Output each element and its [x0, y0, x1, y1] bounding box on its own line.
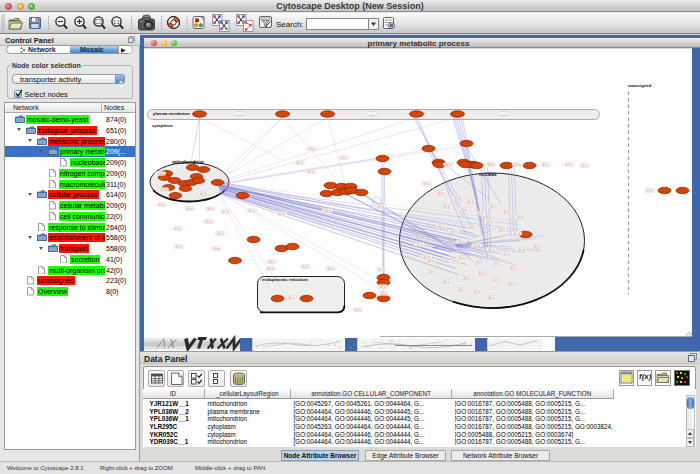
svg-text:GO:th: GO:th [450, 229, 457, 233]
svg-text:GO:th: GO:th [200, 191, 207, 195]
svg-text:GO:th: GO:th [222, 209, 229, 213]
svg-text:GO:th: GO:th [158, 202, 165, 206]
svg-text:GO:th: GO:th [467, 199, 474, 203]
svg-text:GO:th: GO:th [476, 259, 483, 263]
svg-text:GO:th: GO:th [438, 224, 445, 228]
svg-text:GO:th: GO:th [308, 146, 315, 150]
svg-text:GO:th: GO:th [443, 279, 450, 283]
svg-text:GO:th: GO:th [508, 281, 515, 285]
svg-text:[...]: [...] [501, 111, 505, 115]
svg-text:GO:th: GO:th [354, 307, 361, 311]
svg-text:GO:th: GO:th [517, 214, 524, 218]
svg-text:GO:th: GO:th [423, 181, 430, 185]
svg-text:GO:th: GO:th [157, 171, 164, 175]
svg-text:GO:th: GO:th [267, 266, 274, 270]
svg-text:GO:th: GO:th [437, 190, 444, 194]
svg-text:GO:th: GO:th [327, 266, 334, 270]
svg-text:GO:th: GO:th [416, 242, 423, 246]
svg-text:GO:th: GO:th [476, 211, 483, 215]
svg-text:GO:th: GO:th [207, 206, 214, 210]
svg-text:Search:: Search: [276, 20, 304, 29]
svg-text:GO:th: GO:th [487, 162, 494, 166]
svg-text:GO:th: GO:th [646, 188, 653, 192]
svg-text:GO:th: GO:th [380, 291, 387, 295]
svg-text:GO:th: GO:th [514, 162, 521, 166]
svg-text:GO:th: GO:th [324, 208, 331, 212]
svg-text:GO:th: GO:th [454, 195, 461, 199]
svg-text:GO:th: GO:th [458, 287, 465, 291]
svg-text:GO:th: GO:th [565, 162, 572, 166]
svg-text:GO:th: GO:th [288, 295, 295, 299]
svg-text:GO:th: GO:th [498, 227, 505, 231]
svg-text:GO:th: GO:th [510, 265, 517, 269]
svg-text:GO:th: GO:th [248, 208, 255, 212]
svg-text:GO:th: GO:th [490, 204, 497, 208]
svg-text:plasma membrane: plasma membrane [153, 110, 190, 115]
svg-text:1:1: 1:1 [113, 20, 120, 25]
svg-text:GO:th: GO:th [268, 259, 275, 263]
svg-text:GO:th: GO:th [427, 258, 434, 262]
svg-text:GO:th: GO:th [468, 224, 475, 228]
svg-text:GO:th: GO:th [488, 247, 495, 251]
svg-text:GO:th: GO:th [542, 162, 549, 166]
svg-text:GO:th: GO:th [428, 269, 435, 273]
svg-text:GO:th: GO:th [458, 239, 465, 243]
svg-text:GO:th: GO:th [494, 261, 501, 265]
svg-text:GO:th: GO:th [473, 289, 480, 293]
svg-text:GO:th: GO:th [518, 247, 525, 251]
svg-text:GO:th: GO:th [452, 259, 459, 263]
svg-text:GO:th: GO:th [478, 271, 485, 275]
svg-text:[...]: [...] [237, 111, 241, 115]
svg-text:GO:th: GO:th [445, 162, 452, 166]
svg-text:GO:th: GO:th [581, 163, 588, 167]
svg-text:GO:th: GO:th [423, 254, 430, 258]
svg-text:GO:th: GO:th [175, 244, 182, 248]
svg-text:GO:th: GO:th [205, 219, 212, 223]
svg-text:GO:th: GO:th [443, 204, 450, 208]
svg-text:GO:th: GO:th [503, 209, 510, 213]
svg-text:GO:th: GO:th [503, 251, 510, 255]
svg-text:GO:th: GO:th [186, 206, 193, 210]
svg-text:GO:th: GO:th [377, 204, 384, 208]
svg-text:GO:th: GO:th [378, 267, 385, 271]
svg-text:GO:th: GO:th [488, 295, 495, 299]
svg-text:GO:th: GO:th [533, 244, 540, 248]
svg-text:GO:th: GO:th [302, 264, 309, 268]
svg-text:GO:th: GO:th [460, 207, 467, 211]
svg-text:GO:th: GO:th [493, 277, 500, 281]
svg-text:GO:th: GO:th [174, 226, 181, 230]
svg-text:GO:th: GO:th [473, 243, 480, 247]
svg-text:GO:th: GO:th [160, 187, 167, 191]
svg-text:GO:th: GO:th [278, 211, 285, 215]
svg-text:GO:th: GO:th [296, 160, 303, 164]
svg-text:GO:th: GO:th [463, 275, 470, 279]
svg-text:unassigned: unassigned [628, 82, 652, 87]
svg-text:GO:th: GO:th [458, 255, 465, 259]
svg-text:GO:th: GO:th [217, 231, 224, 235]
svg-text:[...]: [...] [370, 111, 374, 115]
svg-text:GO:th: GO:th [513, 231, 520, 235]
svg-text:cytoplasm: cytoplasm [152, 122, 173, 127]
svg-text:GO:th: GO:th [486, 219, 493, 223]
svg-text:endoplasmic reticulum: endoplasmic reticulum [262, 277, 308, 282]
svg-text:GO:th: GO:th [307, 169, 314, 173]
svg-text:GO:th: GO:th [379, 284, 386, 288]
svg-text:GO:th: GO:th [340, 155, 347, 159]
svg-text:GO:th: GO:th [213, 246, 220, 250]
